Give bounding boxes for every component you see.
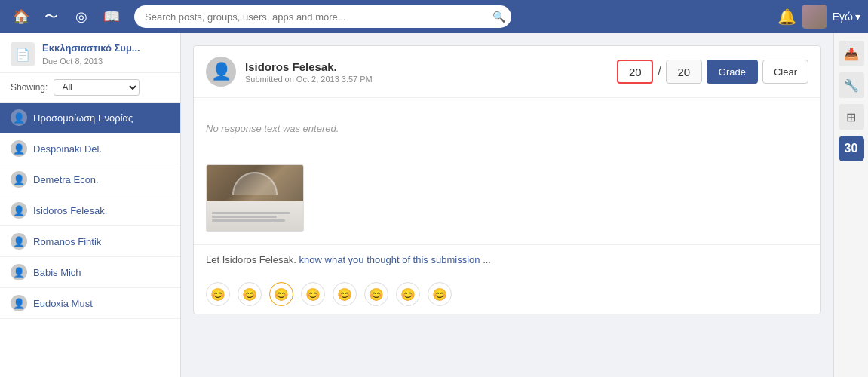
avatar[interactable] — [802, 5, 827, 29]
activity-icon[interactable]: 〜 — [38, 3, 65, 30]
notification-bell-icon[interactable]: 🔔 — [778, 8, 796, 26]
inbox-icon[interactable]: 📥 — [839, 41, 864, 66]
list-item[interactable]: 👤 Romanos Fintik — [0, 226, 180, 257]
emoji-button[interactable]: 😊 — [238, 282, 262, 306]
student-name: Babis Mich — [33, 267, 81, 278]
arch-shape — [232, 172, 278, 195]
student-name: Eudoxia Must — [33, 298, 93, 309]
thumb-line — [212, 212, 290, 214]
calendar-badge[interactable]: 30 — [839, 136, 864, 161]
student-name: Romanos Fintik — [33, 236, 101, 247]
thumb-bottom — [207, 201, 303, 231]
assignment-title: Εκκλησιαστικό Συμ... — [42, 42, 140, 55]
avatar-image — [802, 5, 827, 29]
book-icon[interactable]: 📖 — [98, 3, 125, 30]
thumb-top — [207, 165, 303, 201]
showing-label: Showing: — [11, 82, 48, 93]
emoji-button[interactable]: 😊 — [396, 282, 420, 306]
grade-input[interactable] — [617, 60, 653, 84]
student-name: Προσομοίωση Ενορίας — [33, 112, 133, 124]
student-avatar-icon: 👤 — [11, 109, 27, 126]
assignment-icon: 📄 — [11, 42, 35, 66]
student-avatar-icon: 👤 — [11, 295, 27, 311]
submission-body: No response text was entered. — [194, 98, 820, 158]
no-response-text: No response text was entered. — [206, 123, 339, 134]
due-date: Due Oct 8, 2013 — [42, 57, 140, 66]
grade-separator: / — [658, 65, 661, 78]
clear-button[interactable]: Clear — [762, 60, 808, 84]
emoji-button[interactable]: 😊 — [206, 282, 230, 306]
thumb-line — [212, 216, 277, 218]
thumb-lines — [209, 210, 301, 223]
home-icon[interactable]: 🏠 — [8, 3, 35, 30]
list-item[interactable]: 👤 Despoinaki Del. — [0, 133, 180, 164]
student-name: Demetra Econ. — [33, 174, 99, 185]
nav-right: 🔔 Εγώ ▾ — [778, 5, 860, 29]
top-navigation: 🏠 〜 ◎ 📖 🔍 🔔 Εγώ ▾ — [0, 0, 868, 33]
student-avatar-icon: 👤 — [11, 233, 27, 250]
student-name: Isidoros Felesak. — [33, 205, 107, 216]
list-item[interactable]: 👤 Babis Mich — [0, 257, 180, 288]
feedback-link[interactable]: know what you thought of this submission — [299, 254, 480, 265]
wrench-icon[interactable]: 🔧 — [839, 72, 864, 98]
emoji-button[interactable]: 😊 — [333, 282, 357, 306]
attachment-area — [194, 158, 820, 244]
feedback-text: Let Isidoros Felesak. know what you thou… — [206, 254, 491, 265]
emoji-button[interactable]: 😊 — [428, 282, 452, 306]
student-avatar-icon: 👤 — [11, 264, 27, 280]
submitter-info: Isidoros Felesak. Submitted on Oct 2, 20… — [245, 60, 608, 84]
emoji-button[interactable]: 😊 — [301, 282, 325, 306]
student-list: 👤 Προσομοίωση Ενορίας 👤 Despoinaki Del. … — [0, 103, 180, 319]
page-body: 📄 Εκκλησιαστικό Συμ... Due Oct 8, 2013 S… — [0, 33, 868, 377]
chevron-down-icon: ▾ — [855, 11, 860, 23]
sidebar-header: 📄 Εκκλησιαστικό Συμ... Due Oct 8, 2013 — [0, 33, 180, 73]
list-item[interactable]: 👤 Προσομοίωση Ενορίας — [0, 103, 180, 133]
search-input[interactable] — [134, 5, 511, 28]
list-item[interactable]: 👤 Eudoxia Must — [0, 288, 180, 319]
student-avatar-icon: 👤 — [11, 171, 27, 188]
submitter-name: Isidoros Felesak. — [245, 60, 608, 73]
emoji-button-active[interactable]: 😊 — [269, 282, 293, 306]
grade-button[interactable]: Grade — [707, 60, 758, 84]
compass-icon[interactable]: ◎ — [68, 3, 95, 30]
showing-row: Showing: All Submitted Unsubmitted — [0, 73, 180, 103]
showing-select[interactable]: All Submitted Unsubmitted — [54, 79, 140, 96]
submitter-avatar: 👤 — [206, 57, 236, 87]
search-bar: 🔍 — [134, 5, 511, 28]
main-content: 👤 Isidoros Felesak. Submitted on Oct 2, … — [181, 33, 833, 377]
list-item[interactable]: 👤 Demetra Econ. — [0, 164, 180, 195]
student-name: Despoinaki Del. — [33, 143, 102, 155]
search-button[interactable]: 🔍 — [492, 11, 505, 23]
emoji-button[interactable]: 😊 — [364, 282, 388, 306]
grid-icon[interactable]: ⊞ — [839, 104, 864, 130]
calendar-number: 30 — [845, 143, 858, 155]
right-panel: 📥 🔧 ⊞ 30 — [833, 33, 868, 377]
grade-controls: / Grade Clear — [617, 60, 808, 84]
emoji-row: 😊 😊 😊 😊 😊 😊 😊 😊 — [194, 274, 820, 314]
submitted-date: Submitted on Oct 2, 2013 3:57 PM — [245, 75, 608, 84]
attachment-thumbnail[interactable] — [206, 164, 304, 232]
submission-card: 👤 Isidoros Felesak. Submitted on Oct 2, … — [193, 45, 821, 314]
sidebar: 📄 Εκκλησιαστικό Συμ... Due Oct 8, 2013 S… — [0, 33, 181, 377]
grade-total-input[interactable] — [666, 60, 702, 84]
feedback-section: Let Isidoros Felesak. know what you thou… — [194, 244, 820, 274]
student-avatar-icon: 👤 — [11, 202, 27, 219]
submission-header: 👤 Isidoros Felesak. Submitted on Oct 2, … — [194, 46, 820, 98]
user-menu[interactable]: Εγώ ▾ — [833, 11, 860, 23]
list-item[interactable]: 👤 Isidoros Felesak. — [0, 195, 180, 226]
student-avatar-icon: 👤 — [11, 140, 27, 157]
thumb-line — [212, 219, 285, 222]
